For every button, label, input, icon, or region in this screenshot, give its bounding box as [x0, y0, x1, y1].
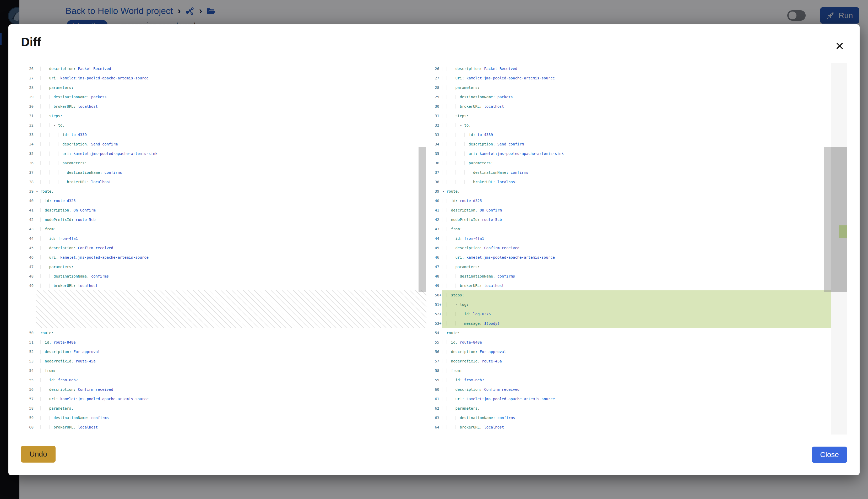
undo-button[interactable]: Undo: [21, 446, 56, 463]
diff-line: 40 id: route-d325: [21, 196, 426, 206]
line-code: uri: kamelet:jms-pooled-apache-artemis-s…: [36, 394, 426, 404]
line-code: parameters:: [442, 262, 847, 271]
added-line-plus: [439, 158, 442, 168]
line-code: id: to-4339: [36, 130, 426, 139]
diff-line: 39- route:: [21, 186, 426, 196]
diff-line: 27 uri: kamelet:jms-pooled-apache-artemi…: [430, 73, 847, 83]
close-button[interactable]: Close: [812, 447, 847, 463]
line-code: from:: [36, 224, 426, 234]
line-number: 48: [21, 271, 34, 281]
line-number: 60: [430, 385, 439, 394]
line-number: 50: [430, 290, 439, 300]
line-number: 56: [430, 347, 439, 356]
line-code: brokerURL: localhost: [36, 177, 426, 186]
added-line-plus: [439, 338, 442, 347]
diff-line: 51 id: route-848e: [21, 338, 426, 347]
added-line-plus: [439, 385, 442, 394]
line-code: brokerURL: localhost: [442, 177, 847, 186]
left-pane-scrollbar[interactable]: [418, 63, 426, 435]
line-code: description: Send confirm: [442, 139, 847, 149]
line-code: brokerURL: localhost: [442, 102, 847, 111]
diff-line: 37 destinationName: confirms: [21, 168, 426, 177]
line-code: description: Confirm received: [442, 385, 847, 394]
line-code: nodePrefixId: route-5cb: [442, 215, 847, 224]
diff-line: 27 uri: kamelet:jms-pooled-apache-artemi…: [21, 73, 426, 83]
added-line-plus: [439, 281, 442, 290]
line-number: 47: [21, 262, 34, 271]
line-number: 65: [430, 432, 439, 435]
line-number: 36: [21, 158, 34, 168]
line-number: 55: [430, 338, 439, 347]
line-number: 32: [21, 121, 34, 130]
line-number: 54: [430, 328, 439, 338]
diff-line: 61: [21, 432, 426, 435]
line-code: - route:: [442, 186, 847, 196]
line-code: message: ${body}: [442, 319, 847, 328]
line-number: 49: [21, 281, 34, 290]
right-pane-scrollbar[interactable]: [824, 63, 831, 435]
line-code: destinationName: packets: [442, 92, 847, 102]
added-line-plus: +: [439, 319, 442, 328]
line-code: id: log-6376: [442, 309, 847, 319]
line-number: 54: [21, 366, 34, 375]
line-code: description: Confirm received: [36, 243, 426, 253]
line-code: uri: kamelet:jms-pooled-apache-artemis-s…: [442, 253, 847, 262]
scrollbar-thumb[interactable]: [824, 147, 831, 292]
line-number: 64: [430, 423, 439, 432]
line-number: 39: [430, 186, 439, 196]
line-code: id: from-6eb7: [36, 375, 426, 385]
line-number: 26: [21, 64, 34, 73]
line-number: 59: [430, 375, 439, 385]
diff-line: 39- route:: [430, 186, 847, 196]
diff-line: 35 uri: kamelet:jms-pooled-apache-artemi…: [21, 149, 426, 158]
line-number: 42: [21, 215, 34, 224]
diff-line: 52 description: For approval: [21, 347, 426, 356]
scrollbar-thumb[interactable]: [418, 147, 426, 292]
line-number: 60: [21, 423, 34, 432]
line-number: 38: [21, 177, 34, 186]
line-code: nodePrefixId: route-5cb: [36, 215, 426, 224]
line-code: - to:: [442, 121, 847, 130]
line-number: 39: [21, 186, 34, 196]
close-icon[interactable]: [833, 39, 846, 53]
added-line-plus: [439, 375, 442, 385]
line-code: uri: kamelet:jms-pooled-apache-artemis-s…: [442, 394, 847, 404]
line-number: 40: [430, 196, 439, 206]
line-code: destinationName: confirms: [442, 168, 847, 177]
line-number: 63: [430, 413, 439, 423]
diff-line: 48 destinationName: confirms: [21, 271, 426, 281]
diff-line: 54 from:: [21, 366, 426, 375]
line-code: description: Packet Received: [36, 64, 426, 73]
line-code: id: route-848e: [442, 338, 847, 347]
diff-pane-modified[interactable]: 26 description: Packet Received27 uri: k…: [430, 63, 847, 435]
line-number: 48: [430, 271, 439, 281]
diff-line: 60 brokerURL: localhost: [21, 423, 426, 432]
line-code: nodePrefixId: route-45a: [36, 356, 426, 366]
diff-pane-original[interactable]: 26 description: Packet Received27 uri: k…: [21, 63, 426, 435]
diff-line: 38 brokerURL: localhost: [430, 177, 847, 186]
line-number: 28: [21, 83, 34, 92]
diff-overview-ruler[interactable]: [831, 63, 847, 435]
diff-line: 58 parameters:: [21, 404, 426, 413]
line-number: 40: [21, 196, 34, 206]
line-number: 33: [21, 130, 34, 139]
line-code: id: from-4fa1: [442, 234, 847, 243]
diff-line: 48 destinationName: confirms: [430, 271, 847, 281]
line-code: destinationName: confirms: [442, 271, 847, 281]
line-code: description: On Confirm: [442, 206, 847, 215]
line-number: 43: [430, 224, 439, 234]
line-number: 61: [430, 394, 439, 404]
diff-line: 50- route:: [21, 328, 426, 338]
diff-line: 59 id: from-6eb7: [430, 375, 847, 385]
line-code: from:: [36, 366, 426, 375]
line-number: 46: [21, 253, 34, 262]
diff-line: 47 parameters:: [430, 262, 847, 271]
diff-line: 53 nodePrefixId: route-45a: [21, 356, 426, 366]
line-code: description: Packet Received: [442, 64, 847, 73]
diff-line: 62 parameters:: [430, 404, 847, 413]
diff-line: 36 parameters:: [430, 158, 847, 168]
line-number: 32: [430, 121, 439, 130]
diff-modal: Diff 26 description: Packet Received27 u…: [8, 24, 860, 475]
line-number: 53: [430, 319, 439, 328]
added-line-plus: [439, 224, 442, 234]
